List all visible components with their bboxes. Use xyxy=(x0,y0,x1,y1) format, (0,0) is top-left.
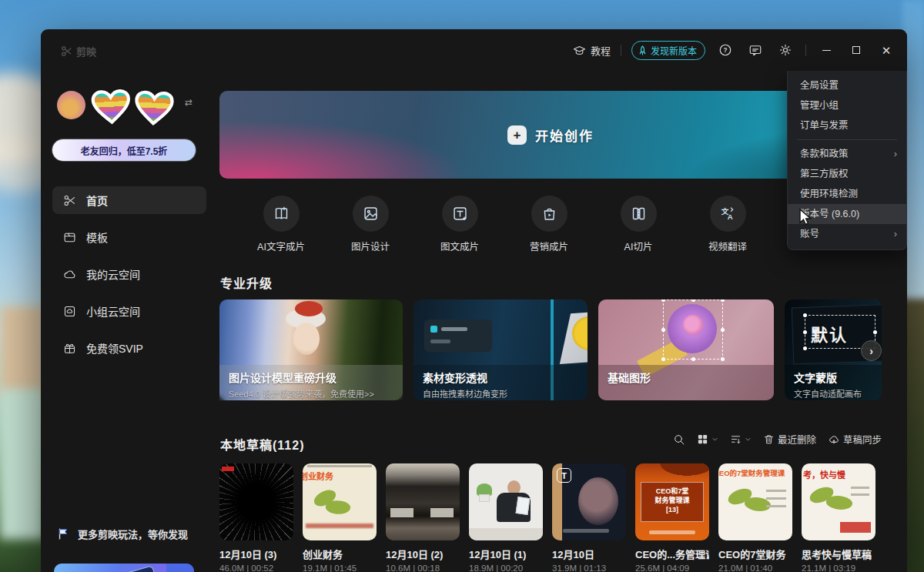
profile-row[interactable]: ⇄ xyxy=(52,86,210,140)
card-subtitle: 文字自动适配画布 xyxy=(794,387,872,400)
chat-icon xyxy=(748,43,762,57)
group-cloud-icon xyxy=(63,305,76,318)
tool-label: AI切片 xyxy=(624,239,653,253)
draft-thumbnail[interactable] xyxy=(386,463,460,540)
close-button[interactable]: ✕ xyxy=(876,40,896,60)
pro-card-transform-perspective[interactable]: 素材变形透视 自由拖拽素材边角变形 xyxy=(413,299,588,400)
carousel-next-button[interactable]: › xyxy=(861,340,882,361)
draft-item[interactable]: T 12月10日 31.9M | 01:13 xyxy=(552,463,626,572)
thumb-text: CEO的7堂财务管理课 xyxy=(718,467,785,478)
draft-name: 12月10日 xyxy=(552,547,626,561)
draft-thumbnail[interactable] xyxy=(469,463,543,540)
new-version-button[interactable]: 发现新版本 xyxy=(631,41,705,60)
drafts-toolbar: 最近删除 草稿同步 xyxy=(673,432,882,447)
promo-label: 老友回归，低至7.5折 xyxy=(81,144,168,157)
draft-meta: 18.9M | 00:20 xyxy=(469,564,543,572)
sort-icon xyxy=(730,433,742,445)
trash-icon xyxy=(763,433,775,445)
titlebar-separator xyxy=(805,45,806,56)
draft-thumbnail[interactable]: CEO的7堂财务管理课 xyxy=(718,463,792,540)
menu-item-third-party-copyright[interactable]: 第三方版权 xyxy=(788,164,906,184)
draft-thumbnail[interactable]: 创业财务 xyxy=(303,463,377,540)
draft-item[interactable]: 考，快与慢 思考快与慢草稿 21.1M | 03:19 xyxy=(802,463,875,572)
menu-item-terms-policies[interactable]: 条款和政策› xyxy=(788,144,906,164)
sidebar-item-label: 小组云空间 xyxy=(86,303,140,319)
promo-banner-button[interactable]: 老友回归，低至7.5折 xyxy=(52,139,196,161)
gear-icon xyxy=(778,43,792,57)
minimize-button[interactable] xyxy=(816,40,836,60)
pro-card-basic-shapes[interactable]: 基础图形 xyxy=(598,299,774,400)
thumb-text: 考，快与慢 xyxy=(803,468,845,480)
sidebar-item-label: 首页 xyxy=(86,192,108,208)
draft-name: 12月10日 (2) xyxy=(386,547,460,561)
sidebar-item-home[interactable]: 首页 xyxy=(52,186,206,214)
chevron-right-icon: › xyxy=(894,144,897,164)
mouse-cursor xyxy=(797,208,814,229)
menu-item-global-settings[interactable]: 全局设置 xyxy=(788,75,906,95)
sidebar-item-free-svip[interactable]: 免费领SVIP xyxy=(52,334,206,362)
drafts-sort-button[interactable] xyxy=(730,433,752,445)
selection-box xyxy=(663,299,723,360)
sidebar-item-templates[interactable]: 模板 xyxy=(52,223,206,251)
start-create-banner[interactable]: + 开始创作 xyxy=(219,91,882,179)
maximize-button[interactable] xyxy=(846,40,866,60)
sidebar-item-label: 免费领SVIP xyxy=(86,340,143,356)
tool-ai-clip[interactable]: AI切片 xyxy=(600,196,677,253)
tutorial-button[interactable]: 教程 xyxy=(573,43,611,58)
draft-meta: 46.0M | 00:52 xyxy=(219,564,293,572)
recently-deleted-button[interactable]: 最近删除 xyxy=(763,432,816,447)
drafts-search-button[interactable] xyxy=(673,433,685,446)
draft-name: 12月10日 (3) xyxy=(219,547,293,561)
draft-item[interactable]: CEO的7堂财务管理课 CEO的7堂财务 21.0M | 01:40 xyxy=(718,463,792,572)
profile-switch-icon[interactable]: ⇄ xyxy=(185,97,192,108)
tool-video-translate[interactable]: 文A 视频翻译 xyxy=(689,196,766,253)
draft-thumbnail[interactable]: 考，快与慢 xyxy=(802,463,875,540)
tool-label: AI文字成片 xyxy=(257,239,305,253)
draft-name: 创业财务 xyxy=(303,547,377,561)
tool-label: 图片设计 xyxy=(351,239,390,253)
menu-item-manage-group[interactable]: 管理小组 xyxy=(788,95,906,115)
draft-item[interactable]: 12月10日 (1) 18.9M | 00:20 xyxy=(469,463,543,572)
template-icon xyxy=(63,231,76,244)
help-button[interactable]: ? xyxy=(715,40,735,60)
draft-item[interactable]: 12月10日 (3) 46.0M | 00:52 xyxy=(219,463,293,572)
draft-item[interactable]: 12月10日 (2) 10.6M | 00:18 xyxy=(386,463,460,572)
tool-image-design[interactable]: 图片设计 xyxy=(332,196,409,253)
tool-marketing-video[interactable]: 营销成片 xyxy=(511,196,588,253)
feedback-button[interactable] xyxy=(745,40,765,60)
card-subtitle: Seed4.0 设计版强势来袭，免费使用>> xyxy=(229,387,393,400)
draft-item[interactable]: CEO和7堂 财务管理课 [13] CEO的...务管理课 25.6M | 04… xyxy=(635,463,709,572)
text-box-icon xyxy=(452,206,468,222)
titlebar: 剪映 教程 发现新版本 ? xyxy=(41,29,907,71)
drafts-view-toggle[interactable] xyxy=(697,433,718,445)
app-name: 剪映 xyxy=(76,44,96,59)
menu-item-environment-check[interactable]: 使用环境检测 xyxy=(788,184,906,204)
chevron-down-icon xyxy=(745,436,752,443)
draft-thumbnail[interactable]: CEO和7堂 财务管理课 [13] xyxy=(635,463,709,540)
draft-thumbnail[interactable]: T xyxy=(552,463,626,540)
pro-card-image-design[interactable]: 图片设计模型重磅升级 Seed4.0 设计版强势来袭，免费使用>> xyxy=(219,299,403,400)
menu-divider xyxy=(797,139,897,140)
tool-ai-text-to-video[interactable]: AI文字成片 xyxy=(243,196,320,253)
menu-item-orders-invoices[interactable]: 订单与发票 xyxy=(788,115,906,135)
avatar[interactable] xyxy=(57,91,85,119)
filmstrip-icon xyxy=(631,206,647,222)
draft-thumbnail[interactable] xyxy=(219,463,293,540)
draft-meta: 25.6M | 04:09 xyxy=(635,564,709,572)
book-text-icon xyxy=(273,206,290,222)
tool-graphic-to-video[interactable]: 图文成片 xyxy=(421,196,498,253)
sidebar-item-group-cloud[interactable]: 小组云空间 xyxy=(52,297,206,325)
draft-item[interactable]: 创业财务 创业财务 19.1M | 01:45 xyxy=(303,463,377,572)
vip-banner[interactable]: SVIP 躺领 VIP 创作 xyxy=(54,564,194,572)
sample-text: 默认 xyxy=(811,321,848,346)
draft-name: 思考快与慢草稿 xyxy=(802,547,875,561)
grid-view-icon xyxy=(697,433,708,445)
sidebar-item-my-cloud[interactable]: 我的云空间 xyxy=(52,260,206,288)
settings-button[interactable] xyxy=(775,40,795,60)
thumb-text: 创业财务 xyxy=(303,470,333,482)
quick-tools-row: AI文字成片 图片设计 图文成片 营销成片 AI切片 文A 视频翻译 xyxy=(243,196,766,253)
screen: 剪映 教程 发现新版本 ? xyxy=(0,0,924,572)
draft-name: 12月10日 (1) xyxy=(469,547,543,561)
draft-sync-button[interactable]: 草稿同步 xyxy=(828,432,882,447)
more-features-link[interactable]: 更多剪映玩法，等你发现 xyxy=(57,527,188,541)
